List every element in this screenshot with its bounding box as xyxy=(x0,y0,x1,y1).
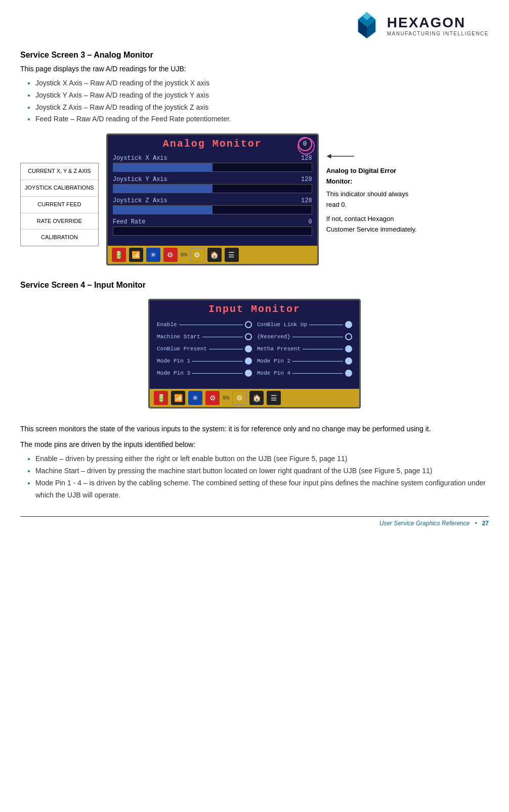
ad-circle-indicator xyxy=(298,138,315,155)
section3-bullets: Joystick X Axis – Raw A/D reading of the… xyxy=(35,77,489,125)
enable-dot xyxy=(245,321,252,328)
desc-bullet-enable: Enable – driven by pressing either the r… xyxy=(35,453,489,465)
input-screen-title: Input Monitor xyxy=(208,303,301,315)
desc-bullet-mode-pins: Mode Pin 1 - 4 – is driven by the cablin… xyxy=(35,477,489,502)
input-toolbar-menu: ☰ xyxy=(267,391,281,405)
input-item-conblue-link: ConBlue Link Up xyxy=(257,321,352,328)
input-item-mode-pin-2: Mode Pin 2 xyxy=(257,357,352,365)
input-item-machine-start: Machine Start xyxy=(157,333,252,340)
mode-pin-4-label: Mode Pin 4 xyxy=(257,370,290,376)
logo-subtitle: MANUFACTURING INTELLIGENCE xyxy=(387,31,489,36)
desc-para1: This screen monitors the state of the va… xyxy=(20,424,489,434)
toolbar-icon-menu: ☰ xyxy=(225,248,239,262)
input-monitor-screen: Input Monitor Enable ConBlue Link Up xyxy=(148,299,361,409)
mode-pin-4-dot xyxy=(345,370,352,377)
mode-pin-2-label: Mode Pin 2 xyxy=(257,358,290,364)
metha-present-label: Metha Present xyxy=(257,346,301,352)
mode-pin-1-dot xyxy=(245,357,252,365)
toolbar-icon-battery: 🔋 xyxy=(112,248,126,262)
input-item-enable: Enable xyxy=(157,321,252,328)
bullet-item: Joystick Z Axis – Raw A/D reading of the… xyxy=(35,102,489,114)
footer-bullet: • xyxy=(475,520,477,527)
axis-z-value: 128 xyxy=(301,197,312,204)
input-item-metha-present: Metha Present xyxy=(257,345,352,352)
hexagon-logo-icon xyxy=(352,10,382,40)
conblue-link-dot xyxy=(345,321,352,328)
input-row-4: Mode Pin 1 Mode Pin 2 xyxy=(157,357,352,365)
footer-page: 27 xyxy=(482,520,489,527)
screen-body: Joystick X Axis 128 Joystick Y Axis 128 xyxy=(108,152,317,243)
toolbar-icon-wifi: 📶 xyxy=(129,248,143,262)
input-screen-title-bar: Input Monitor xyxy=(150,300,359,317)
section4: Service Screen 4 – Input Monitor Input M… xyxy=(20,281,489,414)
reserved-dot xyxy=(345,333,352,340)
conblue-present-dot xyxy=(245,345,252,352)
axis-x-label: Joystick X Axis xyxy=(113,155,167,162)
page-header: HEXAGON MANUFACTURING INTELLIGENCE xyxy=(20,10,489,40)
toolbar-icon-bluetooth: ✳ xyxy=(146,248,160,262)
input-toolbar-bluetooth: ✳ xyxy=(188,391,202,405)
desc-bullet-machine-start: Machine Start – driven by pressing the m… xyxy=(35,465,489,477)
axis-y-label: Joystick Y Axis xyxy=(113,176,167,183)
input-toolbar-pct: 0% xyxy=(223,395,229,401)
bullet-item: Joystick X Axis – Raw A/D reading of the… xyxy=(35,77,489,89)
mode-pin-3-label: Mode Pin 3 xyxy=(157,370,190,376)
axis-y-value: 128 xyxy=(301,176,312,183)
input-row-1: Enable ConBlue Link Up xyxy=(157,321,352,328)
section4-title: Service Screen 4 – Input Monitor xyxy=(20,281,489,290)
toolbar-icon-settings: ⚙ xyxy=(190,248,204,262)
axis-z-label: Joystick Z Axis xyxy=(113,197,167,204)
mode-pin-1-label: Mode Pin 1 xyxy=(157,358,190,364)
annotation-note: If not, contact Hexagon Customer Service… xyxy=(326,214,417,235)
conblue-link-label: ConBlue Link Up xyxy=(257,322,307,328)
mode-pin-3-dot xyxy=(245,370,252,377)
machine-start-dot xyxy=(245,333,252,340)
section3-intro: This page displays the raw A/D readings … xyxy=(20,64,489,74)
mode-pin-2-dot xyxy=(345,357,352,365)
conblue-present-label: ConBlue Present xyxy=(157,346,207,352)
annotation-title: Analog to Digital Error Monitor: xyxy=(326,166,417,187)
input-item-conblue-present: ConBlue Present xyxy=(157,345,252,352)
axis-row-y: Joystick Y Axis 128 xyxy=(113,176,312,193)
annotation-body: This indicator should always read 0. xyxy=(326,189,417,210)
input-item-mode-pin-3: Mode Pin 3 xyxy=(157,370,252,377)
input-item-mode-pin-1: Mode Pin 1 xyxy=(157,357,252,365)
screen-title-bar: Analog Monitor 0 xyxy=(108,135,317,152)
axis-row-x: Joystick X Axis 128 xyxy=(113,155,312,172)
label-joystick-cal: JOYSTICK CALIBRATIONS xyxy=(21,180,98,197)
logo-area: HEXAGON MANUFACTURING INTELLIGENCE xyxy=(352,10,489,40)
description-area: This screen monitors the state of the va… xyxy=(20,424,489,501)
input-toolbar-settings: ⚙ xyxy=(232,391,246,405)
input-toolbar-home: 🏠 xyxy=(249,391,264,405)
input-toolbar-wifi: 📶 xyxy=(171,391,185,405)
reserved-label: {Reserved} xyxy=(257,334,290,340)
section3: Service Screen 3 – Analog Monitor This p… xyxy=(20,51,489,265)
input-row-5: Mode Pin 3 Mode Pin 4 xyxy=(157,370,352,377)
input-screen-toolbar: 🔋 📶 ✳ ⚙ 0% ⚙ 🏠 ☰ xyxy=(150,389,359,407)
bullet-item: Feed Rate – Raw A/D reading of the Feed … xyxy=(35,113,489,125)
axis-row-feed: Feed Rate 0 xyxy=(113,218,312,236)
toolbar-icon-red2: ⚙ xyxy=(163,248,178,262)
axis-row-z: Joystick Z Axis 128 xyxy=(113,197,312,214)
input-monitor-figure: Input Monitor Enable ConBlue Link Up xyxy=(20,294,489,414)
label-calibration: CALIBRATION xyxy=(21,230,98,246)
input-item-reserved: {Reserved} xyxy=(257,333,352,340)
right-annotation: Analog to Digital Error Monitor: This in… xyxy=(326,149,417,235)
feed-rate-label: Feed Rate xyxy=(113,218,146,225)
analog-monitor-screen: Analog Monitor 0 Joystick X Axis 128 xyxy=(106,133,319,265)
input-screen-body: Enable ConBlue Link Up Mach xyxy=(150,317,359,386)
input-toolbar-red: ⚙ xyxy=(205,391,220,405)
axis-x-value: 128 xyxy=(301,155,312,162)
input-row-3: ConBlue Present Metha Present xyxy=(157,345,352,352)
desc-para2: The mode pins are driven by the inputs i… xyxy=(20,439,489,450)
input-row-2: Machine Start {Reserved} xyxy=(157,333,352,340)
logo-text: HEXAGON MANUFACTURING INTELLIGENCE xyxy=(387,15,489,36)
input-toolbar-battery: 🔋 xyxy=(154,391,168,405)
bullet-item: Joystick Y Axis – Raw A/D reading of the… xyxy=(35,89,489,102)
section3-title: Service Screen 3 – Analog Monitor xyxy=(20,51,489,60)
screen-toolbar: 🔋 📶 ✳ ⚙ 0% ⚙ 🏠 ☰ xyxy=(108,246,317,264)
desc-bullets: Enable – driven by pressing either the r… xyxy=(35,453,489,501)
analog-screen-title: Analog Monitor xyxy=(163,138,262,150)
toolbar-icon-home: 🏠 xyxy=(207,248,222,262)
logo-name: HEXAGON xyxy=(387,15,489,31)
